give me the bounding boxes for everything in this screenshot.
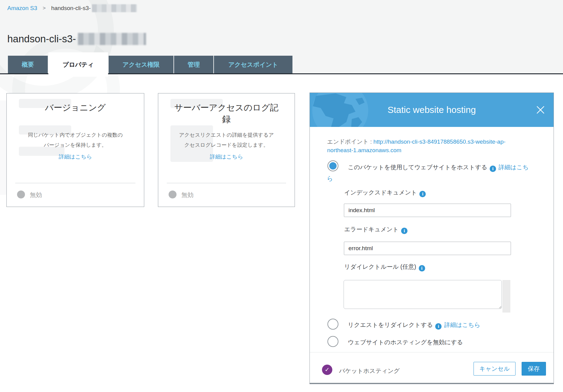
redirect-rules-label: リダイレクトルール (任意)i: [344, 263, 428, 271]
server-logging-card[interactable]: サーバーアクセスのログ記録 アクセスリクエストの詳細を提供するアクセスログレコー…: [158, 93, 295, 207]
server-logging-card-description: アクセスリクエストの詳細を提供するアクセスログレコードを設定します。: [158, 130, 295, 150]
redacted-bucket-suffix: [92, 4, 137, 12]
page-title: handson-cli-s3-: [7, 32, 146, 46]
versioning-card-description-text: 同じバケット内でオブジェクトの複数のバージョンを保持します。: [26, 130, 124, 150]
index-document-label: インデックスドキュメントi: [344, 188, 428, 197]
radio-host-website-text: このバケットを使用してウェブサイトをホストする: [348, 164, 487, 170]
redirect-learn-more-link[interactable]: 詳細はこちら: [444, 321, 480, 328]
radio-disable-hosting-label: ウェブサイトのホスティングを無効にする: [348, 338, 463, 346]
info-icon[interactable]: i: [490, 166, 496, 172]
breadcrumb-separator-icon: >: [43, 4, 46, 12]
endpoint-url-link[interactable]: http://handson-cli-s3-849178858650.s3-we…: [373, 138, 505, 145]
close-icon[interactable]: [536, 105, 545, 114]
redirect-rules-label-text: リダイレクトルール (任意): [344, 263, 416, 270]
panel-header: Static website hosting: [310, 93, 554, 127]
bucket-tabs: 概要 プロパティ アクセス権限 管理 アクセスポイント: [8, 56, 292, 77]
info-icon[interactable]: i: [419, 265, 425, 271]
tab-properties[interactable]: プロパティ: [48, 52, 108, 77]
server-logging-card-title: サーバーアクセスのログ記録: [158, 102, 295, 125]
radio-host-website[interactable]: [327, 160, 338, 171]
cancel-button[interactable]: キャンセル: [474, 362, 516, 376]
endpoint-url-link[interactable]: northeast-1.amazonaws.com: [327, 147, 401, 153]
error-document-input[interactable]: [344, 242, 511, 255]
versioning-card-title-text: バージョニング: [45, 102, 106, 114]
card-divider: [15, 183, 135, 183]
server-logging-card-title-text: サーバーアクセスのログ記録: [173, 102, 280, 125]
info-icon[interactable]: i: [419, 191, 426, 197]
disabled-status-icon: [169, 191, 177, 198]
radio-redirect-requests-label: リクエストをリダイレクトするi詳細はこちら: [348, 321, 480, 330]
info-icon[interactable]: i: [435, 323, 442, 330]
index-document-label-text: インデックスドキュメント: [344, 189, 417, 196]
static-website-hosting-panel: Static website hosting エンドポイント : http://…: [309, 93, 554, 384]
tab-management[interactable]: 管理: [174, 56, 213, 73]
radio-host-website-label: このバケットを使用してウェブサイトをホストするi詳細はこち: [348, 163, 529, 172]
radio-redirect-requests[interactable]: [327, 319, 338, 330]
server-logging-status-label: 無効: [181, 191, 194, 199]
breadcrumb: Amazon S3 > handson-cli-s3-: [7, 4, 137, 12]
panel-title: Static website hosting: [310, 93, 554, 127]
versioning-status-label: 無効: [30, 191, 42, 199]
tab-access-points[interactable]: アクセスポイント: [214, 56, 292, 73]
breadcrumb-amazon-s3-link[interactable]: Amazon S3: [7, 4, 37, 12]
s3-console-page: Amazon S3 > handson-cli-s3- handson-cli-…: [0, 0, 563, 392]
versioning-card[interactable]: バージョニング 同じバケット内でオブジェクトの複数のバージョンを保持します。 詳…: [6, 93, 144, 207]
error-document-label-text: エラードキュメント: [344, 226, 399, 233]
panel-footer-divider: [310, 352, 554, 352]
breadcrumb-bucket-name: handson-cli-s3-: [51, 4, 91, 12]
index-document-input[interactable]: [344, 204, 511, 217]
host-learn-more-link-wrap[interactable]: ら: [327, 174, 333, 183]
server-logging-learn-more-link[interactable]: 詳細はこちら: [158, 153, 295, 160]
radio-disable-hosting[interactable]: [327, 336, 338, 347]
server-logging-card-description-text: アクセスリクエストの詳細を提供するアクセスログレコードを設定します。: [177, 130, 275, 150]
endpoint-row: エンドポイント : http://handson-cli-s3-84917885…: [327, 138, 534, 155]
radio-redirect-requests-text: リクエストをリダイレクトする: [348, 321, 433, 328]
disabled-status-icon: [17, 191, 25, 198]
tab-overview[interactable]: 概要: [8, 56, 48, 73]
bucket-hosting-label: バケットホスティング: [339, 367, 400, 375]
save-button[interactable]: 保存: [522, 362, 546, 376]
bucket-hosting-check-icon: ✓: [322, 365, 332, 375]
error-document-label: エラードキュメントi: [344, 225, 410, 234]
versioning-card-description: 同じバケット内でオブジェクトの複数のバージョンを保持します。: [7, 130, 144, 150]
redirect-rules-textarea[interactable]: [344, 280, 502, 309]
endpoint-label: エンドポイント :: [327, 138, 372, 145]
page-title-text: handson-cli-s3-: [7, 32, 76, 46]
redacted-title-suffix: [78, 33, 146, 45]
tab-permissions[interactable]: アクセス権限: [109, 56, 173, 73]
radio-selected-dot: [329, 162, 337, 170]
versioning-card-title: バージョニング: [7, 102, 144, 114]
redirect-rules-gutter: [502, 280, 510, 313]
card-divider: [167, 183, 286, 183]
radio-disable-hosting-text: ウェブサイトのホスティングを無効にする: [348, 339, 463, 345]
info-icon[interactable]: i: [401, 228, 407, 234]
versioning-learn-more-link[interactable]: 詳細はこちら: [7, 153, 144, 160]
host-learn-more-link[interactable]: 詳細はこち: [498, 164, 529, 170]
